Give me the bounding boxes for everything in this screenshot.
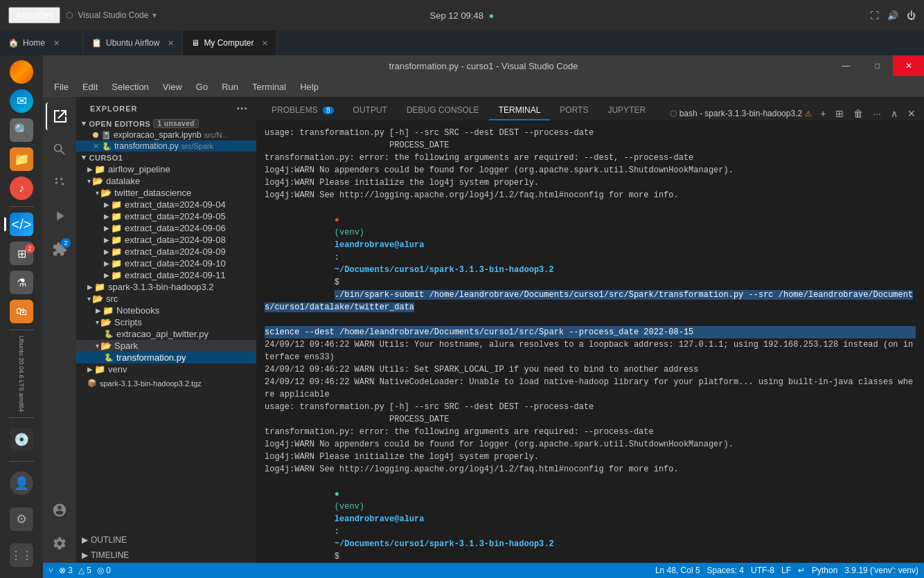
activity-accounts[interactable] bbox=[46, 496, 73, 524]
home-tab-close[interactable]: ✕ bbox=[53, 39, 60, 48]
status-info[interactable]: ◎ 0 bbox=[97, 566, 111, 575]
tree-twitter-datascience[interactable]: ▾ 📂 twitter_datascience bbox=[76, 187, 256, 199]
tree-venv[interactable]: ▶ 📁 venv bbox=[76, 363, 256, 375]
folder-open-icon-3: 📂 bbox=[92, 293, 103, 304]
tab-debug-console[interactable]: DEBUG CONSOLE bbox=[397, 101, 489, 120]
minimize-button[interactable]: — bbox=[830, 55, 862, 76]
panel-chevron-button[interactable]: ∧ bbox=[888, 107, 900, 120]
status-errors[interactable]: ⊗ 3 bbox=[59, 566, 73, 575]
status-line-ending[interactable]: LF bbox=[781, 566, 791, 575]
panel-trash-button[interactable]: 🗑 bbox=[851, 107, 866, 120]
tree-extract-0909[interactable]: ▶ 📁 extract_data=2024-09-09 bbox=[76, 246, 256, 258]
menu-terminal[interactable]: Terminal bbox=[247, 80, 292, 93]
status-right: Ln 48, Col 5 Spaces: 4 UTF-8 LF ↵ bbox=[655, 566, 918, 575]
mycomputer-tab-close[interactable]: ✕ bbox=[262, 39, 268, 48]
tree-extract-0905[interactable]: ▶ 📁 extract_data=2024-09-05 bbox=[76, 210, 256, 222]
browser-tab-mycomputer[interactable]: 🖥 My Computer ✕ bbox=[183, 30, 277, 55]
status-python-version[interactable]: 3.9.19 ('venv': venv) bbox=[844, 566, 918, 575]
airflow-tab-close[interactable]: ✕ bbox=[168, 39, 174, 48]
menu-view[interactable]: View bbox=[157, 80, 188, 93]
outline-section[interactable]: ▶ OUTLINE bbox=[76, 532, 256, 548]
dock-item-firefox[interactable] bbox=[4, 58, 39, 86]
tab-terminal[interactable]: TERMINAL bbox=[489, 101, 551, 120]
dock-item-software[interactable]: 🛍 bbox=[4, 298, 39, 325]
tree-notebooks[interactable]: ▶ 📁 Notebooks bbox=[76, 305, 256, 316]
tree-extracao-api[interactable]: 🐍 extracao_api_twitter.py bbox=[76, 328, 256, 340]
tree-extract-0908[interactable]: ▶ 📁 extract_data=2024-09-08 bbox=[76, 234, 256, 246]
panel-split-button[interactable]: ⊞ bbox=[833, 107, 846, 120]
term-line-8: 24/09/12 09:46:22 WARN Utils: Your hostn… bbox=[265, 338, 916, 363]
tab-output[interactable]: OUTPUT bbox=[344, 101, 397, 120]
dock-item-music[interactable]: ♪ bbox=[4, 174, 39, 202]
vscode-indicator[interactable]: ⬡ Visual Studio Code ▾ bbox=[66, 10, 157, 20]
browser-tab-home[interactable]: 🏠 Home ✕ bbox=[0, 30, 83, 55]
tree-extract-0910[interactable]: ▶ 📁 extract_data=2024-09-10 bbox=[76, 258, 256, 269]
timeline-section[interactable]: ▶ TIMELINE bbox=[76, 548, 256, 563]
tree-extract-0906[interactable]: ▶ 📁 extract_data=2024-09-06 bbox=[76, 222, 256, 234]
open-file-exploracao[interactable]: 📓 exploracao_spark.ipynb src/N... bbox=[76, 129, 256, 141]
browser-tab-airflow[interactable]: 📋 Ubuntu Airflow ✕ bbox=[83, 30, 183, 55]
open-editors-section[interactable]: ▾ OPEN EDITORS 1 unsaved bbox=[76, 118, 256, 129]
dock-item-thunderbird[interactable]: ✉ bbox=[4, 87, 39, 115]
close-button[interactable]: ✕ bbox=[893, 55, 924, 76]
tree-airflow-pipeline[interactable]: ▶ 📁 airflow_pipeline bbox=[76, 163, 256, 175]
menu-edit[interactable]: Edit bbox=[77, 80, 103, 93]
dock-item-vscode[interactable]: </> bbox=[4, 210, 39, 238]
menu-run[interactable]: Run bbox=[216, 80, 244, 93]
dock-item-apps[interactable]: ⋮⋮ bbox=[4, 538, 39, 572]
activity-settings[interactable] bbox=[46, 530, 73, 557]
tab-jupyter[interactable]: JUPYTER bbox=[598, 101, 655, 120]
tab-ports[interactable]: PORTS bbox=[550, 101, 598, 120]
tree-spark-folder[interactable]: ▾ 📂 Spark bbox=[76, 340, 256, 352]
activity-extensions[interactable]: 2 bbox=[46, 235, 73, 263]
menu-selection[interactable]: Selection bbox=[106, 80, 154, 93]
panel-add-button[interactable]: + bbox=[817, 107, 828, 120]
dock-item-dvd[interactable]: 💿 bbox=[4, 422, 39, 457]
activity-source-control[interactable] bbox=[46, 169, 73, 197]
activity-explorer[interactable] bbox=[46, 102, 73, 130]
home-tab-icon: 🏠 bbox=[8, 38, 19, 48]
term-command-1: ./bin/spark-submit /home/leandrobrave/Do… bbox=[265, 290, 913, 312]
open-file-transformation[interactable]: ✕ 🐍 transformation.py src/Spark bbox=[76, 141, 256, 152]
dock-item-search[interactable]: 🔍 bbox=[4, 116, 39, 144]
dock-item-files[interactable]: 📁 bbox=[4, 145, 39, 173]
dock-item-lab[interactable]: ⚗ bbox=[4, 269, 39, 296]
status-warnings[interactable]: △ 5 bbox=[78, 566, 91, 575]
terminal-content[interactable]: usage: transformation.py [-h] --src SRC … bbox=[256, 121, 924, 563]
status-indent[interactable]: ↵ bbox=[798, 566, 805, 575]
maximize-button[interactable]: □ bbox=[862, 55, 893, 76]
dock-item-extensions[interactable]: ⊞ 2 bbox=[4, 240, 39, 267]
tree-spark-tgz[interactable]: 📦 spark-3.1.3-bin-hadoop3.2.tgz bbox=[76, 378, 256, 388]
tree-spark[interactable]: ▶ 📁 spark-3.1.3-bin-hadoop3.2 bbox=[76, 281, 256, 293]
tree-extract-0904[interactable]: ▶ 📁 extract_data=2024-09-04 bbox=[76, 199, 256, 210]
panel-tab-right: ⬡ bash - spark-3.1.3-bin-hadoop3.2 ⚠ + ⊞… bbox=[670, 107, 918, 120]
status-branch[interactable]: ⑂ bbox=[48, 566, 53, 575]
tree-scripts[interactable]: ▾ 📂 Scripts bbox=[76, 316, 256, 328]
status-language[interactable]: Python bbox=[812, 566, 837, 575]
activities-button[interactable]: Activities bbox=[8, 7, 60, 24]
tree-transformation-file[interactable]: 🐍 transformation.py bbox=[76, 352, 256, 363]
tree-src[interactable]: ▾ 📂 src bbox=[76, 293, 256, 305]
tree-datalake[interactable]: ▾ 📂 datalake bbox=[76, 175, 256, 187]
status-ln-col[interactable]: Ln 48, Col 5 bbox=[655, 566, 700, 575]
project-section[interactable]: ▾ CURSO1 bbox=[76, 152, 256, 163]
menu-help[interactable]: Help bbox=[294, 80, 324, 93]
explorer-more-button[interactable]: ··· bbox=[237, 102, 248, 115]
dock-item-account[interactable]: 👤 bbox=[4, 466, 39, 500]
dock-item-settings[interactable]: ⚙ bbox=[4, 502, 39, 536]
status-encoding[interactable]: UTF-8 bbox=[751, 566, 774, 575]
activity-run-debug[interactable] bbox=[46, 202, 73, 230]
folder-open-icon-2: 📂 bbox=[100, 188, 112, 198]
status-spaces[interactable]: Spaces: 4 bbox=[707, 566, 744, 575]
tab-problems[interactable]: PROBLEMS 8 bbox=[262, 101, 344, 120]
panel-more-button[interactable]: ··· bbox=[870, 107, 884, 120]
folder-icon-9: 📁 bbox=[111, 270, 122, 280]
display-icon[interactable]: ⛶ bbox=[870, 10, 879, 21]
tree-extract-0911[interactable]: ▶ 📁 extract_data=2024-09-11 bbox=[76, 269, 256, 281]
power-icon[interactable]: ⏻ bbox=[907, 10, 916, 21]
volume-icon[interactable]: 🔊 bbox=[887, 10, 898, 21]
panel-close-button[interactable]: ✕ bbox=[905, 107, 918, 120]
menu-file[interactable]: File bbox=[48, 80, 74, 93]
activity-search[interactable] bbox=[46, 136, 73, 163]
menu-go[interactable]: Go bbox=[190, 80, 213, 93]
